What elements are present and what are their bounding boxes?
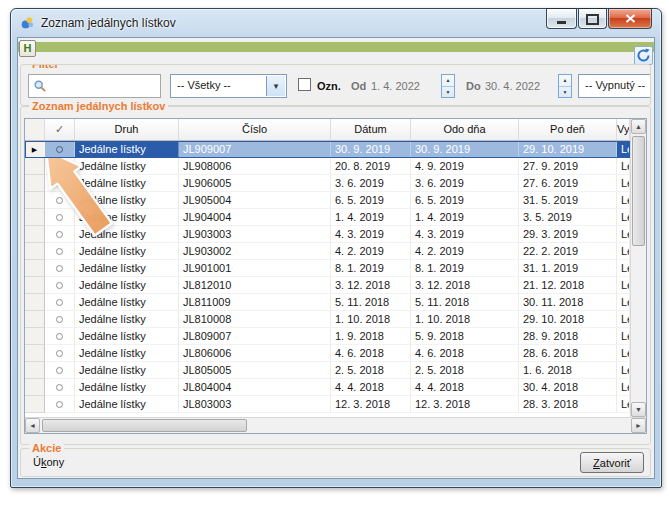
table-cell[interactable]: 30. 9. 2019 bbox=[411, 141, 519, 158]
table-cell[interactable]: Le bbox=[617, 260, 630, 277]
table-cell[interactable]: 4. 9. 2019 bbox=[411, 158, 519, 175]
scroll-up-icon[interactable]: ▲ bbox=[631, 119, 646, 134]
table-cell[interactable]: Le bbox=[617, 345, 630, 362]
spin-up-icon[interactable]: ▲ bbox=[559, 75, 571, 87]
row-indicator-cell[interactable] bbox=[25, 396, 45, 413]
table-cell[interactable]: Jedálne lístky bbox=[75, 379, 179, 396]
table-cell[interactable]: 4. 4. 2018 bbox=[331, 379, 411, 396]
table-cell[interactable]: 1. 4. 2019 bbox=[331, 209, 411, 226]
table-cell[interactable]: 4. 4. 2018 bbox=[411, 379, 519, 396]
ozn-checkbox[interactable] bbox=[298, 78, 311, 91]
table-cell[interactable]: Le bbox=[617, 362, 630, 379]
column-header[interactable]: Po deň bbox=[519, 119, 617, 141]
spin-down-icon[interactable]: ▼ bbox=[442, 87, 454, 98]
horizontal-scroll-thumb[interactable] bbox=[42, 419, 247, 432]
table-cell[interactable]: 29. 10. 2019 bbox=[519, 141, 617, 158]
row-indicator-cell[interactable] bbox=[25, 311, 45, 328]
column-header[interactable]: Číslo bbox=[179, 119, 331, 141]
table-cell[interactable]: Jedálne lístky bbox=[75, 396, 179, 413]
table-cell[interactable] bbox=[45, 396, 75, 413]
table-cell[interactable]: 8. 1. 2019 bbox=[411, 260, 519, 277]
vertical-scrollbar[interactable]: ▲ ▼ bbox=[630, 119, 646, 417]
table-cell[interactable]: 12. 3. 2018 bbox=[331, 396, 411, 413]
table-cell[interactable]: 4. 3. 2019 bbox=[411, 226, 519, 243]
date-to-value[interactable]: 30. 4. 2022 bbox=[485, 80, 540, 92]
table-cell[interactable]: Le bbox=[617, 277, 630, 294]
table-cell[interactable]: Le bbox=[617, 141, 630, 158]
type-select[interactable]: -- Všetky -- ▾ bbox=[170, 74, 287, 98]
table-cell[interactable] bbox=[45, 277, 75, 294]
table-cell[interactable]: JL903003 bbox=[179, 226, 331, 243]
table-row[interactable]: Jedálne lístkyJL8100081. 10. 20181. 10. … bbox=[25, 311, 630, 328]
table-cell[interactable]: JL901001 bbox=[179, 260, 331, 277]
table-cell[interactable]: 1. 9. 2018 bbox=[331, 328, 411, 345]
table-row[interactable]: Jedálne lístkyJL8040044. 4. 20184. 4. 20… bbox=[25, 379, 630, 396]
table-cell[interactable]: JL812010 bbox=[179, 277, 331, 294]
vertical-scroll-thumb[interactable] bbox=[632, 136, 645, 246]
table-cell[interactable]: Le bbox=[617, 311, 630, 328]
table-cell[interactable]: Le bbox=[617, 294, 630, 311]
table-cell[interactable]: 3. 12. 2018 bbox=[411, 277, 519, 294]
column-header[interactable]: Druh bbox=[75, 119, 179, 141]
table-cell[interactable]: Le bbox=[617, 328, 630, 345]
table-cell[interactable]: 3. 12. 2018 bbox=[331, 277, 411, 294]
date-from-value[interactable]: 1. 4. 2022 bbox=[371, 80, 420, 92]
table-cell[interactable] bbox=[45, 294, 75, 311]
h-button[interactable]: H bbox=[19, 40, 36, 57]
table-row[interactable]: Jedálne lístkyJL9010018. 1. 20198. 1. 20… bbox=[25, 260, 630, 277]
table-row[interactable]: Jedálne lístkyJL8060064. 6. 20184. 6. 20… bbox=[25, 345, 630, 362]
search-field[interactable] bbox=[28, 74, 161, 98]
row-indicator-cell[interactable] bbox=[25, 294, 45, 311]
row-indicator-cell[interactable] bbox=[25, 328, 45, 345]
refresh-button[interactable] bbox=[634, 46, 653, 65]
table-cell[interactable]: 6. 5. 2019 bbox=[331, 192, 411, 209]
table-row[interactable]: Jedálne lístkyJL80300312. 3. 201812. 3. … bbox=[25, 396, 630, 413]
row-indicator-cell[interactable] bbox=[25, 345, 45, 362]
table-cell[interactable]: Jedálne lístky bbox=[75, 243, 179, 260]
table-cell[interactable] bbox=[45, 362, 75, 379]
close-button[interactable] bbox=[608, 8, 652, 29]
table-cell[interactable]: 27. 6. 2019 bbox=[519, 175, 617, 192]
chevron-down-icon[interactable]: ▾ bbox=[266, 76, 285, 96]
table-row[interactable]: Jedálne lístkyJL9030024. 2. 20194. 2. 20… bbox=[25, 243, 630, 260]
table-cell[interactable]: 12. 3. 2018 bbox=[411, 396, 519, 413]
table-cell[interactable]: Le bbox=[617, 158, 630, 175]
table-cell[interactable]: 1. 10. 2018 bbox=[331, 311, 411, 328]
spin-up-icon[interactable]: ▲ bbox=[442, 75, 454, 87]
row-indicator-cell[interactable] bbox=[25, 277, 45, 294]
table-cell[interactable]: 29. 10. 2018 bbox=[519, 311, 617, 328]
table-cell[interactable]: 3. 5. 2019 bbox=[519, 209, 617, 226]
table-cell[interactable]: 2. 5. 2018 bbox=[331, 362, 411, 379]
table-cell[interactable]: 1. 10. 2018 bbox=[411, 311, 519, 328]
scroll-right-icon[interactable]: ► bbox=[631, 418, 646, 433]
table-cell[interactable]: Jedálne lístky bbox=[75, 328, 179, 345]
table-cell[interactable]: Le bbox=[617, 396, 630, 413]
column-header[interactable]: ✓ bbox=[45, 119, 75, 141]
table-cell[interactable]: 4. 6. 2018 bbox=[411, 345, 519, 362]
table-cell[interactable]: JL903002 bbox=[179, 243, 331, 260]
table-cell[interactable]: JL908006 bbox=[179, 158, 331, 175]
table-cell[interactable]: 5. 11. 2018 bbox=[331, 294, 411, 311]
row-indicator-cell[interactable]: ▶ bbox=[25, 141, 45, 158]
table-cell[interactable]: 31. 1. 2019 bbox=[519, 260, 617, 277]
table-cell[interactable] bbox=[45, 379, 75, 396]
ukony-menu[interactable]: Úkony bbox=[33, 456, 64, 468]
close-dialog-button[interactable]: Zatvoriť bbox=[580, 452, 644, 473]
table-cell[interactable]: 6. 5. 2019 bbox=[411, 192, 519, 209]
table-cell[interactable]: 28. 3. 2018 bbox=[519, 396, 617, 413]
table-cell[interactable]: 27. 9. 2019 bbox=[519, 158, 617, 175]
date-to-stepper[interactable]: ▲ ▼ bbox=[558, 74, 572, 98]
table-cell[interactable]: 1. 6. 2018 bbox=[519, 362, 617, 379]
table-cell[interactable]: 4. 2. 2019 bbox=[411, 243, 519, 260]
table-cell[interactable] bbox=[45, 311, 75, 328]
table-cell[interactable]: JL804004 bbox=[179, 379, 331, 396]
table-cell[interactable]: 20. 8. 2019 bbox=[331, 158, 411, 175]
table-row[interactable]: Jedálne lístkyJL8110095. 11. 20185. 11. … bbox=[25, 294, 630, 311]
table-cell[interactable]: 5. 11. 2018 bbox=[411, 294, 519, 311]
table-cell[interactable]: JL909007 bbox=[179, 141, 331, 158]
scroll-down-icon[interactable]: ▼ bbox=[631, 402, 646, 417]
table-cell[interactable]: JL905004 bbox=[179, 192, 331, 209]
row-indicator-cell[interactable] bbox=[25, 243, 45, 260]
table-cell[interactable]: 28. 6. 2018 bbox=[519, 345, 617, 362]
table-cell[interactable]: JL805005 bbox=[179, 362, 331, 379]
